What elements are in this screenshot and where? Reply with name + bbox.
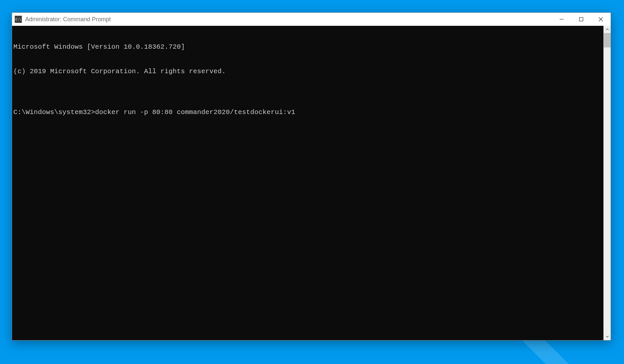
console-line: C:\Windows\system32>docker run -p 80:80 …: [13, 108, 603, 116]
console-area: Microsoft Windows [Version 10.0.18362.72…: [12, 26, 611, 340]
window-title: Administrator: Command Prompt: [25, 16, 552, 23]
console-line: Microsoft Windows [Version 10.0.18362.72…: [13, 43, 603, 51]
command-prompt-window: C:\ Administrator: Command Prompt: [12, 12, 611, 340]
console-line: (c) 2019 Microsoft Corporation. All righ…: [13, 67, 603, 75]
scroll-track[interactable]: [604, 33, 611, 333]
maximize-button[interactable]: [571, 13, 591, 26]
cmd-prompt-icon-glyph: C:\: [15, 18, 21, 21]
titlebar[interactable]: C:\ Administrator: Command Prompt: [12, 13, 611, 26]
chevron-down-icon: [606, 336, 609, 338]
scroll-thumb[interactable]: [604, 33, 611, 47]
close-icon: [599, 17, 603, 22]
chevron-up-icon: [606, 28, 609, 30]
scroll-up-button[interactable]: [604, 26, 611, 33]
scroll-down-button[interactable]: [604, 333, 611, 340]
vertical-scrollbar[interactable]: [603, 26, 611, 340]
close-button[interactable]: [591, 13, 611, 26]
maximize-icon: [579, 17, 583, 22]
console-output[interactable]: Microsoft Windows [Version 10.0.18362.72…: [12, 26, 603, 340]
cmd-prompt-icon: C:\: [15, 16, 22, 23]
minimize-button[interactable]: [552, 13, 571, 26]
minimize-icon: [559, 17, 564, 22]
svg-rect-1: [580, 18, 583, 21]
window-controls: [552, 13, 611, 26]
